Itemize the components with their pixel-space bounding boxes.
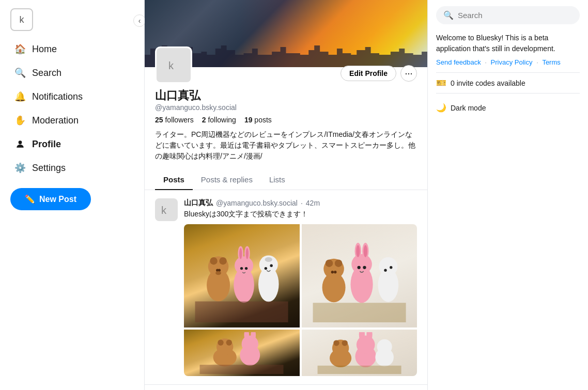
home-icon: 🏠 <box>14 43 26 55</box>
svg-point-13 <box>235 256 253 275</box>
tab-lists[interactable]: Lists <box>261 170 293 190</box>
profile-info: 山口真弘 @yamanguco.bsky.social 25 followers… <box>145 88 427 170</box>
app-logo: k <box>10 8 33 31</box>
profile-tabs: Posts Posts & replies Lists <box>145 170 427 190</box>
svg-point-56 <box>333 340 339 346</box>
svg-point-48 <box>226 339 232 345</box>
posts-label: posts <box>254 116 271 124</box>
compose-icon: ✏️ <box>25 194 35 204</box>
svg-point-39 <box>363 266 366 269</box>
new-post-button[interactable]: ✏️ New Post <box>10 188 91 210</box>
svg-text:k: k <box>161 205 167 216</box>
post-image-3[interactable] <box>184 330 300 376</box>
followers-stat[interactable]: 25 followers <box>155 116 194 124</box>
svg-rect-25 <box>195 302 288 323</box>
svg-point-37 <box>363 245 367 257</box>
post-image-1[interactable] <box>184 224 300 327</box>
ticket-icon: 🎫 <box>436 78 446 88</box>
svg-point-22 <box>265 267 267 270</box>
post-text: Blueskyは300文字まで投稿できます！ <box>184 210 417 219</box>
hand-icon: ✋ <box>14 115 26 126</box>
profile-header: k Edit Profile ··· <box>145 46 427 84</box>
svg-point-11 <box>215 271 221 275</box>
sidebar-item-search[interactable]: 🔍 Search <box>10 61 134 85</box>
dark-mode-label: Dark mode <box>451 104 486 112</box>
tab-posts-replies[interactable]: Posts & replies <box>193 170 261 190</box>
sidebar-item-profile[interactable]: Profile <box>10 132 134 156</box>
profile-handle: @yamanguco.bsky.social <box>155 103 417 112</box>
profile-name: 山口真弘 <box>155 88 417 103</box>
svg-point-30 <box>331 271 333 273</box>
sidebar-item-notifications[interactable]: 🔔 Notifications <box>10 85 134 108</box>
sidebar-item-settings-label: Settings <box>32 163 66 174</box>
post-time: · <box>301 199 303 207</box>
more-options-button[interactable]: ··· <box>400 65 417 82</box>
svg-point-41 <box>379 257 397 276</box>
post-author-avatar: k <box>155 198 178 221</box>
svg-point-19 <box>245 267 247 270</box>
svg-point-18 <box>240 267 243 270</box>
search-input[interactable] <box>458 11 572 20</box>
post-author-handle: @yamanguco.bsky.social <box>216 199 298 207</box>
invite-codes-box: 🎫 0 invite codes available <box>436 72 580 93</box>
search-box: 🔍 <box>436 6 580 24</box>
svg-point-59 <box>357 335 375 354</box>
right-sidebar: 🔍 Welcome to Bluesky! This is a beta app… <box>428 0 588 390</box>
sidebar-item-settings[interactable]: ⚙️ Settings <box>10 156 134 180</box>
bell-icon: 🔔 <box>14 91 26 102</box>
svg-point-16 <box>239 248 242 259</box>
svg-rect-64 <box>317 365 401 373</box>
following-stat[interactable]: 2 following <box>202 116 236 124</box>
sidebar-item-home-label: Home <box>32 44 57 55</box>
profile-actions: Edit Profile ··· <box>341 65 417 84</box>
svg-point-42 <box>384 269 386 272</box>
post-content: 山口真弘 @yamanguco.bsky.social · 42m Bluesk… <box>184 198 417 376</box>
person-icon <box>14 138 26 150</box>
search-icon: 🔍 <box>443 10 454 20</box>
svg-point-0 <box>19 141 22 144</box>
svg-point-57 <box>342 340 347 346</box>
edit-profile-button[interactable]: Edit Profile <box>341 66 396 81</box>
post-timestamp: 42m <box>306 199 320 207</box>
welcome-links: Send feedback · Privacy Policy · Terms <box>436 58 580 66</box>
svg-point-33 <box>351 254 372 275</box>
svg-point-23 <box>270 264 273 267</box>
svg-point-7 <box>210 257 218 264</box>
avatar: k <box>155 46 192 84</box>
svg-rect-3 <box>157 200 176 219</box>
svg-point-38 <box>357 266 360 269</box>
nav-menu: 🏠 Home 🔍 Search 🔔 Notifications ✋ Modera… <box>10 37 134 180</box>
collapse-button[interactable]: ‹ <box>133 14 146 27</box>
svg-point-43 <box>390 266 392 269</box>
svg-rect-1 <box>164 56 183 74</box>
privacy-policy-link[interactable]: Privacy Policy <box>491 58 533 66</box>
svg-point-17 <box>246 248 249 259</box>
sidebar: k ‹ 🏠 Home 🔍 Search 🔔 Notifications ✋ Mo… <box>0 0 145 390</box>
svg-point-24 <box>265 257 272 262</box>
welcome-box: Welcome to Bluesky! This is a beta appli… <box>436 33 580 66</box>
post-image-2[interactable] <box>302 224 417 327</box>
svg-point-31 <box>334 271 336 273</box>
profile-bio: ライター。PC周辺機器などのレビューをインプレス/ITmedia/文春オンライン… <box>155 129 417 162</box>
following-label: following <box>208 116 236 124</box>
dot-separator-1: · <box>485 58 488 66</box>
profile-stats: 25 followers 2 following 19 posts <box>155 116 417 124</box>
posts-stat: 19 posts <box>244 116 272 124</box>
svg-text:k: k <box>168 60 174 71</box>
tab-posts[interactable]: Posts <box>155 170 193 190</box>
search-icon: 🔍 <box>14 67 26 79</box>
dark-mode-toggle[interactable]: 🌙 Dark mode <box>436 98 580 118</box>
sidebar-item-moderation[interactable]: ✋ Moderation <box>10 108 134 132</box>
post-image-4[interactable] <box>302 330 417 376</box>
svg-rect-53 <box>200 365 284 374</box>
post-author-name: 山口真弘 <box>184 198 213 208</box>
sidebar-item-home[interactable]: 🏠 Home <box>10 37 134 61</box>
followers-label: followers <box>165 116 193 124</box>
moon-icon: 🌙 <box>436 103 446 113</box>
send-feedback-link[interactable]: Send feedback <box>436 58 481 66</box>
dot-separator-2: · <box>536 58 540 66</box>
sidebar-item-notifications-label: Notifications <box>32 91 83 102</box>
svg-point-29 <box>335 260 342 267</box>
svg-point-28 <box>326 260 333 267</box>
terms-link[interactable]: Terms <box>542 58 560 66</box>
